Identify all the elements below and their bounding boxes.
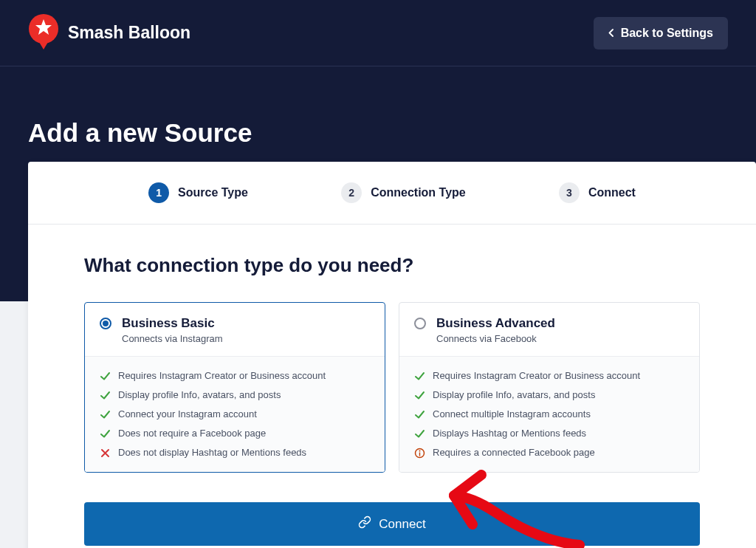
svg-rect-3: [419, 453, 420, 456]
step-number: 2: [341, 182, 362, 203]
link-icon: [358, 516, 371, 532]
feature-text: Requires Instagram Creator or Business a…: [118, 370, 326, 381]
option-header: Business Basic Connects via Instagram: [85, 303, 385, 356]
radio-icon: [100, 318, 111, 329]
step-label: Source Type: [178, 186, 248, 199]
features-list: Requires Instagram Creator or Business a…: [85, 356, 385, 472]
back-button-label: Back to Settings: [621, 27, 713, 40]
feature-text: Display profile Info, avatars, and posts: [118, 389, 281, 400]
app-header: Smash Balloon Back to Settings: [0, 0, 756, 66]
cross-icon: [100, 448, 111, 459]
features-list: Requires Instagram Creator or Business a…: [399, 356, 699, 472]
connection-options: Business Basic Connects via Instagram Re…: [84, 302, 700, 473]
option-header: Business Advanced Connects via Facebook: [399, 303, 699, 356]
info-icon: [414, 448, 425, 459]
check-icon: [414, 428, 425, 439]
step-label: Connection Type: [371, 186, 466, 199]
check-icon: [414, 390, 425, 401]
feature-text: Displays Hashtag or Mentions feeds: [433, 428, 586, 439]
page-title: Add a new Source: [28, 118, 728, 148]
check-icon: [414, 371, 425, 382]
radio-icon: [414, 318, 426, 329]
feature-text: Requires Instagram Creator or Business a…: [433, 370, 640, 381]
feature-item: Requires Instagram Creator or Business a…: [414, 370, 684, 382]
option-business-advanced[interactable]: Business Advanced Connects via Facebook …: [399, 302, 700, 473]
brand-name: Smash Balloon: [68, 23, 190, 43]
feature-text: Connect your Instagram account: [118, 408, 257, 419]
step-number: 1: [148, 182, 169, 203]
question-heading: What connection type do you need?: [84, 254, 700, 277]
feature-text: Connect multiple Instagram accounts: [433, 408, 591, 419]
step-label: Connect: [588, 186, 636, 199]
step-source-type[interactable]: 1 Source Type: [148, 182, 248, 203]
feature-item: Displays Hashtag or Mentions feeds: [414, 428, 684, 439]
check-icon: [100, 390, 111, 401]
feature-text: Does not display Hashtag or Mentions fee…: [118, 447, 306, 458]
connect-button-label: Connect: [379, 517, 425, 532]
svg-point-2: [419, 451, 421, 452]
option-title: Business Basic: [122, 316, 223, 331]
card-body: What connection type do you need? Busine…: [28, 225, 756, 548]
option-subtitle: Connects via Facebook: [436, 333, 555, 344]
option-business-basic[interactable]: Business Basic Connects via Instagram Re…: [84, 302, 385, 473]
feature-item: Does not display Hashtag or Mentions fee…: [100, 447, 370, 459]
feature-item: Requires a connected Facebook page: [414, 447, 684, 459]
step-connect[interactable]: 3 Connect: [559, 182, 636, 203]
feature-item: Display profile Info, avatars, and posts: [100, 389, 370, 401]
brand-logo: Smash Balloon: [28, 14, 190, 52]
step-number: 3: [559, 182, 580, 203]
stepper: 1 Source Type 2 Connection Type 3 Connec…: [28, 162, 756, 225]
feature-text: Requires a connected Facebook page: [433, 447, 595, 458]
feature-item: Connect multiple Instagram accounts: [414, 408, 684, 420]
chevron-left-icon: [608, 27, 614, 40]
balloon-icon: [28, 14, 59, 52]
connect-button[interactable]: Connect: [84, 502, 700, 546]
feature-text: Does not require a Facebook page: [118, 428, 266, 439]
feature-item: Does not require a Facebook page: [100, 428, 370, 439]
wizard-card: 1 Source Type 2 Connection Type 3 Connec…: [28, 162, 756, 548]
feature-text: Display profile Info, avatars, and posts: [433, 389, 595, 400]
feature-item: Connect your Instagram account: [100, 408, 370, 420]
option-title: Business Advanced: [436, 316, 555, 331]
check-icon: [100, 428, 111, 439]
feature-item: Requires Instagram Creator or Business a…: [100, 370, 370, 382]
check-icon: [100, 409, 111, 420]
back-to-settings-button[interactable]: Back to Settings: [594, 17, 728, 49]
check-icon: [100, 371, 111, 382]
feature-item: Display profile Info, avatars, and posts: [414, 389, 684, 401]
option-subtitle: Connects via Instagram: [122, 333, 223, 344]
check-icon: [414, 409, 425, 420]
step-connection-type[interactable]: 2 Connection Type: [341, 182, 466, 203]
